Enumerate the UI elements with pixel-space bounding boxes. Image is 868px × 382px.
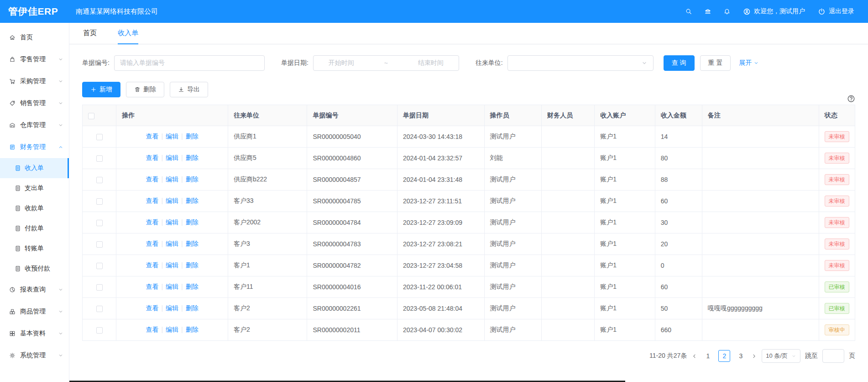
delete-link[interactable]: 删除 [186, 218, 199, 226]
sidebar-item-system[interactable]: 系统管理 [0, 345, 69, 366]
view-link[interactable]: 查看 [146, 175, 158, 183]
delete-link[interactable]: 删除 [186, 197, 199, 204]
view-link[interactable]: 查看 [146, 326, 158, 333]
row-checkbox[interactable] [96, 284, 103, 291]
chevron-down-icon [58, 287, 63, 292]
row-checkbox[interactable] [96, 306, 103, 312]
add-button[interactable]: 新增 [82, 82, 120, 97]
edit-link[interactable]: 编辑 [166, 261, 178, 269]
row-checkbox[interactable] [96, 134, 103, 140]
page-size-select[interactable]: 10 条/页 [762, 349, 800, 363]
bill-no-placeholder: 请输入单据编号 [120, 59, 165, 67]
select-all-checkbox[interactable] [88, 113, 94, 119]
edit-link[interactable]: 编辑 [166, 197, 178, 204]
sidebar-item-home[interactable]: 首页 [0, 27, 69, 48]
bill-no-input[interactable]: 请输入单据编号 [114, 55, 265, 71]
partner-cell: 客户11 [228, 276, 307, 298]
edit-link[interactable]: 编辑 [166, 218, 178, 226]
remark-cell [702, 148, 819, 169]
export-button[interactable]: 导出 [170, 82, 208, 97]
edit-link[interactable]: 编辑 [166, 240, 178, 247]
page-2-current[interactable]: 2 [718, 350, 730, 362]
view-link[interactable]: 查看 [146, 304, 158, 312]
row-checkbox[interactable] [96, 198, 103, 205]
chevron-down-icon [791, 354, 796, 359]
row-checkbox[interactable] [96, 220, 103, 226]
sidebar-subitem-支出单[interactable]: 支出单 [0, 178, 69, 198]
edit-link[interactable]: 编辑 [166, 283, 178, 290]
sidebar-item-retail[interactable]: 零售管理 [0, 48, 69, 70]
finance-staff-cell [541, 276, 594, 298]
expand-link[interactable]: 展开 [739, 59, 759, 67]
status-badge: 审核中 [825, 324, 849, 335]
edit-link[interactable]: 编辑 [166, 133, 178, 140]
link-separator: | [181, 283, 183, 290]
edit-link[interactable]: 编辑 [166, 175, 178, 183]
jump-input[interactable] [822, 349, 844, 363]
page-1[interactable]: 1 [702, 350, 714, 362]
status-badge: 未审核 [825, 260, 849, 271]
sidebar-subitem-收款单[interactable]: 收款单 [0, 198, 69, 218]
delete-link[interactable]: 删除 [186, 175, 199, 183]
reset-button[interactable]: 重 置 [700, 55, 731, 71]
delete-link[interactable]: 删除 [186, 261, 199, 269]
sidebar-subitem-付款单[interactable]: 付款单 [0, 218, 69, 239]
help-icon[interactable] [847, 95, 855, 103]
table-row: 查看|编辑|删除客户2SR000000022612023-05-08 21:48… [83, 298, 855, 319]
search-button[interactable]: 查 询 [664, 55, 695, 71]
view-link[interactable]: 查看 [146, 133, 158, 140]
sidebar-item-base[interactable]: 基本资料 [0, 323, 69, 345]
row-checkbox[interactable] [96, 155, 103, 162]
logout-button[interactable]: 退出登录 [818, 7, 854, 16]
delete-link[interactable]: 删除 [186, 154, 199, 161]
view-link[interactable]: 查看 [146, 154, 158, 161]
sidebar-item-purchase[interactable]: 采购管理 [0, 70, 69, 92]
delete-link[interactable]: 删除 [186, 133, 199, 140]
view-link[interactable]: 查看 [146, 240, 158, 247]
sidebar-item-goods[interactable]: 商品管理 [0, 301, 69, 323]
delete-link[interactable]: 删除 [186, 304, 199, 312]
edit-link[interactable]: 编辑 [166, 326, 178, 333]
amount-cell: 20 [655, 233, 702, 255]
tab-收入单[interactable]: 收入单 [118, 23, 138, 44]
edit-link[interactable]: 编辑 [166, 154, 178, 161]
date-range-input[interactable]: 开始时间 ~ 结束时间 [313, 55, 459, 71]
delete-link[interactable]: 删除 [186, 283, 199, 290]
search-icon[interactable] [685, 8, 692, 15]
partner-cell: 客户33 [228, 191, 307, 212]
income-table: 操作往来单位单据编号单据日期操作员财务人员收入账户收入金额备注状态 查看|编辑|… [82, 105, 855, 341]
delete-link[interactable]: 删除 [186, 240, 199, 247]
status-badge: 未审核 [825, 239, 849, 249]
sidebar-item-warehouse[interactable]: 仓库管理 [0, 114, 69, 136]
date-cell: 2023-12-27 23:09:09 [397, 212, 485, 233]
view-link[interactable]: 查看 [146, 261, 158, 269]
table-row: 查看|编辑|删除客户3SR000000047832023-12-27 23:08… [83, 233, 855, 255]
sidebar-item-finance[interactable]: 财务管理 [0, 136, 69, 158]
view-link[interactable]: 查看 [146, 218, 158, 226]
tab-首页[interactable]: 首页 [83, 23, 97, 44]
partner-select[interactable] [507, 55, 654, 71]
prev-page-button[interactable] [691, 353, 697, 359]
page-3[interactable]: 3 [735, 350, 747, 362]
next-page-button[interactable] [751, 353, 757, 359]
delete-button[interactable]: 删除 [126, 82, 164, 97]
delete-link[interactable]: 删除 [186, 326, 199, 333]
row-checkbox[interactable] [96, 263, 103, 269]
row-checkbox[interactable] [96, 177, 103, 183]
sidebar-subitem-转账单[interactable]: 转账单 [0, 239, 69, 259]
sidebar-subitem-收入单[interactable]: 收入单 [0, 158, 69, 178]
row-checkbox[interactable] [96, 241, 103, 248]
finance-staff-cell [541, 212, 594, 233]
welcome-user[interactable]: 欢迎您，测试用户 [743, 7, 805, 16]
sidebar-subitem-收预付款[interactable]: 收预付款 [0, 259, 69, 279]
view-link[interactable]: 查看 [146, 283, 158, 290]
partner-cell: 供应商5 [228, 148, 307, 169]
sidebar-item-report[interactable]: 报表查询 [0, 279, 69, 301]
view-link[interactable]: 查看 [146, 197, 158, 204]
bell-icon[interactable] [724, 8, 730, 15]
date-cell: 2023-11-22 00:06:01 [397, 276, 485, 298]
row-checkbox[interactable] [96, 327, 103, 334]
sidebar-item-sale[interactable]: 销售管理 [0, 92, 69, 114]
edit-link[interactable]: 编辑 [166, 304, 178, 312]
bank-icon[interactable] [705, 8, 711, 15]
